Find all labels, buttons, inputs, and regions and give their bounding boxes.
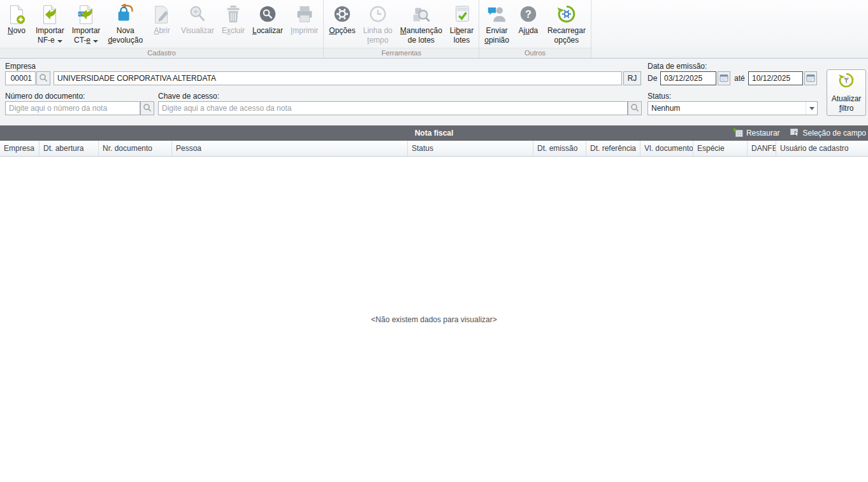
refresh-filter-icon bbox=[838, 72, 855, 91]
ribbon-caption-cadastro: Cadastro bbox=[0, 48, 323, 58]
find-icon bbox=[256, 3, 279, 26]
batch-maintenance-icon bbox=[410, 3, 433, 26]
date-until-calendar-button[interactable] bbox=[804, 71, 817, 85]
ribbon-caption-outros: Outros bbox=[479, 48, 591, 58]
localizar-button[interactable]: Localizar bbox=[249, 1, 287, 46]
opcoes-button[interactable]: Opções bbox=[325, 1, 359, 46]
status-label: Status: bbox=[647, 92, 671, 101]
reload-options-icon bbox=[555, 3, 578, 26]
nova-devolucao-button[interactable]: Novadevolução bbox=[104, 1, 147, 46]
filter-panel: Empresa UNIVERSIDADE CORPORATIVA ALTERDA… bbox=[0, 59, 868, 125]
status-value: Nenhum bbox=[648, 104, 806, 113]
grid-header-nr-documento[interactable]: Nr. documento bbox=[99, 141, 172, 156]
grid-titlebar: Nota fiscal Restaurar bbox=[0, 125, 868, 141]
atualizar-filtro-button[interactable]: Atualizarfiltro bbox=[827, 69, 866, 116]
empresa-label: Empresa bbox=[5, 62, 36, 71]
empresa-code-input[interactable] bbox=[5, 71, 36, 85]
numero-documento-label: Número do documento: bbox=[5, 92, 85, 101]
empresa-search-button[interactable] bbox=[36, 71, 50, 85]
status-select[interactable]: Nenhum bbox=[647, 101, 818, 115]
chave-acesso-label: Chave de acesso: bbox=[158, 92, 219, 101]
importar-nfe-button[interactable]: ImportarNF-e bbox=[32, 1, 68, 46]
help-icon: ? bbox=[517, 3, 540, 26]
open-edit-icon bbox=[150, 3, 173, 26]
status-dropdown-button[interactable] bbox=[806, 102, 817, 115]
date-from-label: De bbox=[647, 74, 657, 83]
grid-header-usuario-cadastro[interactable]: Usuário de cadastro bbox=[776, 141, 868, 156]
printer-icon bbox=[293, 3, 316, 26]
restaurar-button[interactable]: Restaurar bbox=[734, 128, 780, 139]
importar-cte-button[interactable]: CT-e ImportarCT-e bbox=[68, 1, 105, 46]
numero-documento-input[interactable] bbox=[5, 101, 140, 115]
grid-header-danfe[interactable]: DANFE bbox=[748, 141, 776, 156]
empresa-uf-field: RJ bbox=[623, 71, 641, 85]
chave-search-button[interactable] bbox=[628, 101, 642, 115]
grid-header-dt-emissao[interactable]: Dt. emissão bbox=[533, 141, 586, 156]
grid-header-status[interactable]: Status bbox=[408, 141, 533, 156]
ribbon-group-ferramentas: Opções Linha dotempo bbox=[324, 0, 479, 58]
liberar-lotes-button[interactable]: Liberarlotes bbox=[446, 1, 477, 46]
numero-search-button[interactable] bbox=[140, 101, 154, 115]
nota-fiscal-window: Novo ImportarNF-e bbox=[0, 0, 868, 482]
search-icon bbox=[39, 73, 48, 84]
dropdown-caret-icon bbox=[93, 40, 98, 43]
chevron-down-icon bbox=[809, 107, 814, 110]
recarregar-opcoes-button[interactable]: Recarregaropções bbox=[544, 1, 590, 46]
ajuda-button[interactable]: ? Ajuda bbox=[513, 1, 544, 46]
options-gear-icon bbox=[331, 3, 354, 26]
manutencao-de-lotes-button[interactable]: Manutençãode lotes bbox=[396, 1, 446, 46]
abrir-button: Abrir bbox=[147, 1, 177, 46]
feedback-person-icon bbox=[486, 3, 509, 26]
calendar-icon bbox=[720, 73, 728, 84]
grid-header-vl-documento[interactable]: Vl. documento bbox=[640, 141, 693, 156]
preview-zoom-icon bbox=[186, 3, 209, 26]
empty-data-message: <Não existem dados para visualizar> bbox=[371, 315, 496, 324]
linha-do-tempo-button: Linha dotempo bbox=[359, 1, 396, 46]
excluir-button: Excluir bbox=[218, 1, 249, 46]
new-document-icon bbox=[5, 3, 28, 26]
search-icon bbox=[143, 103, 152, 114]
dropdown-caret-icon bbox=[57, 40, 62, 43]
import-nfe-icon bbox=[38, 3, 61, 26]
grid-body: <Não existem dados para visualizar> bbox=[0, 157, 868, 482]
return-bag-icon bbox=[114, 3, 137, 26]
grid-header-dt-referencia[interactable]: Dt. referência bbox=[586, 141, 640, 156]
grid-header-especie[interactable]: Espécie bbox=[693, 141, 748, 156]
date-from-input[interactable] bbox=[660, 71, 716, 85]
chave-acesso-input[interactable] bbox=[158, 101, 628, 115]
ribbon-group-outros: Enviaropinião ? Ajuda bbox=[479, 0, 591, 58]
timeline-clock-icon bbox=[366, 3, 389, 26]
date-until-input[interactable] bbox=[748, 71, 803, 85]
date-from-calendar-button[interactable] bbox=[718, 71, 730, 85]
imprimir-button: Imprimir bbox=[287, 1, 322, 46]
data-emissao-label: Data de emissão: bbox=[647, 62, 707, 71]
svg-text:?: ? bbox=[525, 8, 532, 20]
field-selection-icon bbox=[790, 128, 800, 139]
restore-grid-icon bbox=[734, 128, 743, 139]
trash-icon bbox=[222, 3, 245, 26]
visualizar-button: Visualizar bbox=[177, 1, 218, 46]
grid-header-dt-abertura[interactable]: Dt. abertura bbox=[40, 141, 99, 156]
grid-header-row: Empresa Dt. abertura Nr. documento Pesso… bbox=[0, 141, 868, 157]
ribbon-caption-ferramentas: Ferramentas bbox=[324, 48, 479, 58]
empresa-name-field: UNIVERSIDADE CORPORATIVA ALTERDATA bbox=[54, 71, 622, 85]
import-cte-icon: CT-e bbox=[75, 3, 98, 26]
grid-title: Nota fiscal bbox=[415, 129, 454, 138]
enviar-opiniao-button[interactable]: Enviaropinião bbox=[481, 1, 513, 46]
ribbon-empty-space bbox=[591, 0, 868, 58]
ribbon-toolbar: Novo ImportarNF-e bbox=[0, 0, 868, 59]
calendar-icon bbox=[806, 73, 815, 84]
grid-header-empresa[interactable]: Empresa bbox=[0, 141, 40, 156]
search-icon bbox=[630, 103, 639, 114]
date-until-label: até bbox=[734, 74, 745, 83]
ribbon-group-cadastro: Novo ImportarNF-e bbox=[0, 0, 324, 58]
release-batch-icon bbox=[451, 3, 474, 26]
novo-button[interactable]: Novo bbox=[1, 1, 32, 46]
grid-header-pessoa[interactable]: Pessoa bbox=[172, 141, 408, 156]
selecao-de-campo-button[interactable]: Seleção de campo bbox=[790, 128, 866, 139]
